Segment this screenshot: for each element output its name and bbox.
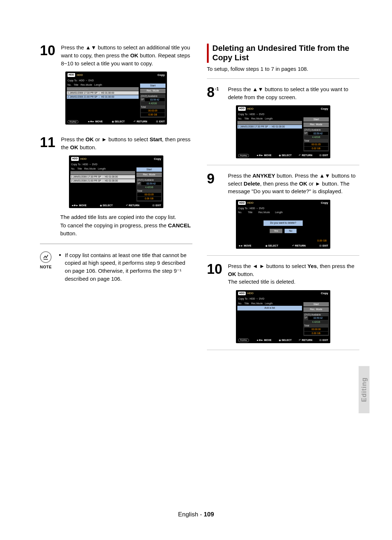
- step-number: 11: [40, 135, 58, 151]
- step-number: 9: [207, 172, 225, 195]
- delete-dialog: Do you want to delete?: [264, 220, 303, 226]
- red-bar-icon: [207, 44, 209, 63]
- divider: [40, 244, 192, 244]
- step-text: Press the ANYKEY button. Press the ▲▼ bu…: [228, 172, 359, 195]
- setup-note: To setup, follow steps 1 to 7 in pages 1…: [207, 66, 359, 72]
- osd-step10-left: HDDHDDCopy Copy To : HDD → DVD No.TitleR…: [65, 72, 167, 125]
- osd-step11-left: HDDHDDCopy Copy To : HDD → DVD No.TitleR…: [69, 155, 163, 208]
- step-number: 10: [207, 262, 225, 286]
- step-number: 10: [40, 44, 58, 67]
- right-column: Deleting an Undesired Title from the Cop…: [207, 44, 359, 357]
- section-tab-text: Editing: [360, 377, 368, 402]
- note-block: NOTE If copy list contains at least one …: [40, 251, 192, 283]
- section-heading: Deleting an Undesired Title from the Cop…: [207, 44, 359, 63]
- yes-button[interactable]: Yes: [270, 229, 282, 233]
- step-10-left: 10 Press the ▲▼ buttons to select an add…: [40, 44, 192, 67]
- no-button[interactable]: No: [285, 229, 297, 233]
- left-column: 10 Press the ▲▼ buttons to select an add…: [40, 44, 192, 357]
- osd-step9-right: HDDHDDCopy Copy To : HDD → DVD No. Title…: [236, 200, 330, 249]
- after-step11: The added title lists are copied into th…: [40, 213, 192, 238]
- osd-step8-right: HDDHDDCopy Copy To : HDD → DVD No.TitleR…: [236, 105, 330, 158]
- step-11-left: 11 Press the OK or ► buttons to select S…: [40, 135, 192, 151]
- note-icon: NOTE: [40, 251, 52, 283]
- step-text: Press the ◄ ► buttons to select Yes, the…: [228, 262, 359, 286]
- step-text: Press the ▲▼ buttons to select a title y…: [228, 85, 359, 101]
- step-8-right: 8-1 Press the ▲▼ buttons to select a tit…: [207, 85, 359, 101]
- page-footer: English - 109: [0, 511, 392, 518]
- osd-step10-right: HDDHDDCopy Copy To : HDD → DVD No.TitleR…: [236, 290, 330, 343]
- step-text: Press the OK or ► buttons to select Star…: [61, 135, 192, 151]
- step-number: 8-1: [207, 85, 225, 101]
- note-text: If copy list contains at least one title…: [59, 251, 192, 283]
- step-9-right: 9 Press the ANYKEY button. Press the ▲▼ …: [207, 172, 359, 195]
- step-10-right: 10 Press the ◄ ► buttons to select Yes, …: [207, 262, 359, 286]
- section-tab: Editing: [359, 366, 369, 413]
- step-text: Press the ▲▼ buttons to select an additi…: [61, 44, 192, 67]
